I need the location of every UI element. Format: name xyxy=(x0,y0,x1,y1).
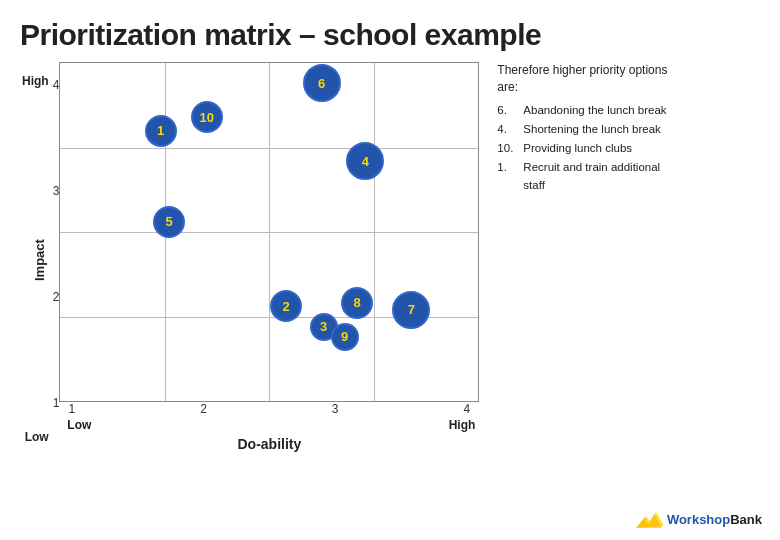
bubble-2: 2 xyxy=(270,290,302,322)
priority-item-4: 4. Shortening the lunch break xyxy=(497,121,672,138)
grid-v-2 xyxy=(269,63,270,401)
y-axis: 4 3 2 1 xyxy=(53,74,60,414)
priority-item-1: 1. Recruit and train additional staff xyxy=(497,159,672,194)
x-label-low: Low xyxy=(59,418,91,432)
bubble-1: 1 xyxy=(145,115,177,147)
priority-list: 6. Abandoning the lunch break 4. Shorten… xyxy=(497,102,672,194)
bubble-6: 6 xyxy=(303,64,341,102)
page-title: Prioritization matrix – school example xyxy=(20,18,760,52)
chart-wrapper: High Impact Low 4 3 2 1 xyxy=(20,62,479,452)
priority-item-6: 6. Abandoning the lunch break xyxy=(497,102,672,119)
priority-text-4: Shortening the lunch break xyxy=(523,121,660,138)
doability-label: Do-ability xyxy=(59,436,479,452)
priority-num-4: 4. xyxy=(497,121,517,138)
x-tick-2: 2 xyxy=(191,402,216,416)
x-tick-1: 1 xyxy=(59,402,84,416)
page: Prioritization matrix – school example H… xyxy=(0,0,780,540)
priority-text-1: Recruit and train additional staff xyxy=(523,159,672,194)
wb-bird-icon xyxy=(636,508,664,530)
x-tick-3: 3 xyxy=(323,402,348,416)
chart-area: 6 10 1 4 5 xyxy=(59,62,479,452)
bubble-10: 10 xyxy=(191,101,223,133)
priority-num-6: 6. xyxy=(497,102,517,119)
x-label-high: High xyxy=(449,418,480,432)
y-tick-2: 2 xyxy=(53,290,60,304)
bubble-7: 7 xyxy=(392,291,430,329)
right-panel: Therefore higher priority options are: 6… xyxy=(497,62,672,196)
priority-text-6: Abandoning the lunch break xyxy=(523,102,666,119)
y-tick-3: 3 xyxy=(53,184,60,198)
bubble-5: 5 xyxy=(153,206,185,238)
y-tick-4: 4 xyxy=(53,78,60,92)
bubble-8: 8 xyxy=(341,287,373,319)
wb-text: WorkshopBank xyxy=(667,512,762,527)
priority-text-10: Providing lunch clubs xyxy=(523,140,632,157)
priority-num-1: 1. xyxy=(497,159,517,194)
y-label-high: High xyxy=(22,74,49,88)
impact-label: Impact xyxy=(32,90,47,430)
grid-v-3 xyxy=(374,63,375,401)
x-ticks: 1 2 3 4 xyxy=(59,402,479,416)
priority-title: Therefore higher priority options are: xyxy=(497,62,672,96)
content-area: High Impact Low 4 3 2 1 xyxy=(20,62,760,452)
y-label-low: Low xyxy=(25,430,49,444)
wb-text-bold: Workshop xyxy=(667,512,730,527)
x-labels: Low High xyxy=(59,418,479,432)
priority-item-10: 10. Providing lunch clubs xyxy=(497,140,672,157)
y-tick-1: 1 xyxy=(53,396,60,410)
x-tick-4: 4 xyxy=(454,402,479,416)
grid: 6 10 1 4 5 xyxy=(59,62,479,402)
bubble-4: 4 xyxy=(346,142,384,180)
wb-logo: WorkshopBank xyxy=(636,508,762,530)
workshop-bank-logo: WorkshopBank xyxy=(636,508,762,530)
priority-num-10: 10. xyxy=(497,140,517,157)
bubble-9: 9 xyxy=(331,323,359,351)
